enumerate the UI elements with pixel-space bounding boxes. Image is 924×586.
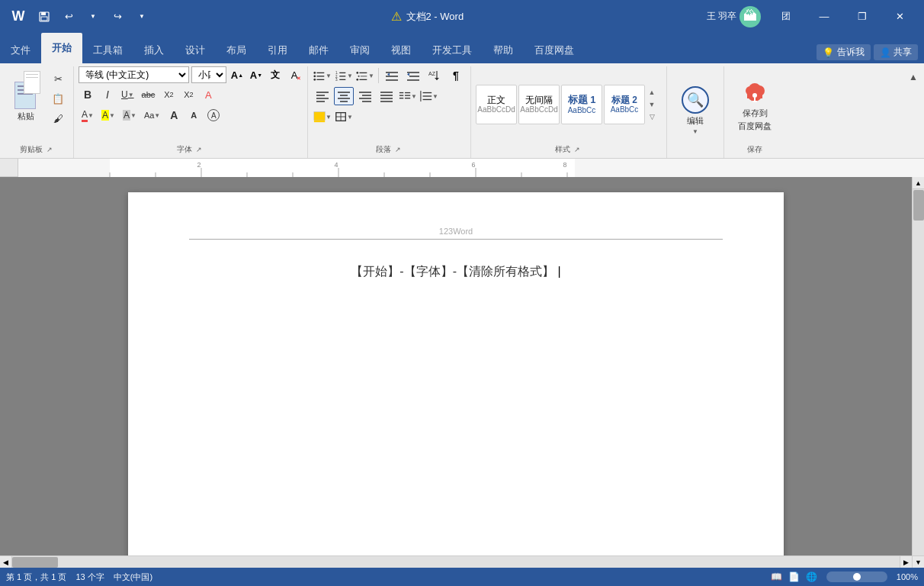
scroll-right-button[interactable]: ▶ <box>900 556 912 568</box>
close-button[interactable]: ✕ <box>883 0 918 33</box>
customize-qat-button[interactable]: ▼ <box>131 6 152 27</box>
strikethrough-button[interactable]: abc <box>139 85 159 104</box>
line-spacing-button[interactable]: ▼ <box>419 87 439 105</box>
editing-content: 🔍 编辑 ▼ <box>672 66 719 153</box>
page-view-button[interactable]: 📄 <box>788 572 800 582</box>
redo-button[interactable]: ↪ <box>107 6 128 27</box>
tab-review[interactable]: 审阅 <box>339 37 380 63</box>
highlight-color-button[interactable]: A▼ <box>98 106 118 124</box>
cut-button[interactable]: ✂ <box>47 69 69 88</box>
justify-button[interactable] <box>377 87 396 105</box>
align-center-button[interactable] <box>334 87 354 105</box>
font-size-select[interactable]: 小四 <box>191 66 226 83</box>
tab-view[interactable]: 视图 <box>380 37 422 63</box>
scroll-down-button[interactable]: ▼ <box>913 555 925 568</box>
restore-button[interactable]: ❐ <box>845 0 880 33</box>
tab-layout[interactable]: 布局 <box>216 37 257 63</box>
paste-button[interactable]: 粘贴 <box>6 66 46 126</box>
italic-button[interactable]: I <box>98 85 117 104</box>
increase-indent-button[interactable] <box>403 66 423 85</box>
style-expand-button[interactable]: ↗ <box>572 144 582 155</box>
ruler-corner[interactable] <box>0 159 18 177</box>
style-no-spacing[interactable]: 无间隔 AaBbCcDd <box>518 85 560 124</box>
style-scroll-up[interactable]: ▲ <box>646 87 657 98</box>
tell-me-button[interactable]: 💡 告诉我 <box>817 44 871 60</box>
font-expand-button[interactable]: ↗ <box>194 144 204 155</box>
minimize-button[interactable]: — <box>807 0 842 33</box>
style-group: 正文 AaBbCcDd 无间隔 AaBbCcDd <box>473 66 667 158</box>
scroll-left-button[interactable]: ◀ <box>0 556 12 568</box>
style-scroll-down[interactable]: ▼ <box>646 99 657 110</box>
paragraph-expand-button[interactable]: ↗ <box>393 144 403 155</box>
show-formatting-marks-button[interactable]: ¶ <box>446 66 466 85</box>
undo-button[interactable]: ↩ <box>58 6 79 27</box>
share-button[interactable]: 👤 共享 <box>874 44 918 60</box>
superscript-button[interactable]: X2 <box>179 85 197 104</box>
increase-font-button[interactable]: A▲ <box>229 66 245 83</box>
save-to-baidu-button[interactable]: 保存到 百度网盘 <box>729 75 781 134</box>
page-body[interactable]: 【开始】-【字体】-【清除所有格式】 <box>189 238 723 283</box>
bold-button[interactable]: B <box>79 85 97 104</box>
tab-references[interactable]: 引用 <box>257 37 298 63</box>
tab-toolbox[interactable]: 工具箱 <box>82 37 133 63</box>
clipboard-expand[interactable]: ↗ <box>44 144 55 155</box>
align-right-button[interactable] <box>355 87 375 105</box>
tab-mailings[interactable]: 邮件 <box>298 37 339 63</box>
page-container[interactable]: 123Word 【开始】-【字体】-【清除所有格式】 <box>0 177 912 555</box>
text-effects-button[interactable]: A <box>199 85 217 104</box>
web-view-button[interactable]: 🌐 <box>806 572 817 582</box>
tab-file[interactable]: 文件 <box>0 37 41 63</box>
font-color-button[interactable]: A▼ <box>79 106 97 124</box>
undo-dropdown[interactable]: ▼ <box>82 6 104 27</box>
borders-button[interactable]: ▼ <box>334 108 354 126</box>
svg-point-5 <box>313 76 316 78</box>
format-painter-button[interactable]: 🖌 <box>47 109 69 127</box>
tab-design[interactable]: 设计 <box>175 37 216 63</box>
scroll-up-button[interactable]: ▲ <box>913 177 925 189</box>
copy-button[interactable]: 📋 <box>47 89 69 108</box>
numbering-button[interactable]: 1.2.3. ▼ <box>334 66 354 85</box>
app-container: W ↩ ▼ ↪ ▼ ⚠ 文档2 - Word 王 羽卒 🏔 团 — ❐ <box>0 0 924 586</box>
user-area[interactable]: 王 羽卒 🏔 <box>702 5 765 29</box>
align-left-button[interactable] <box>313 87 332 105</box>
scroll-track-h[interactable] <box>12 556 900 568</box>
team-button[interactable]: 团 <box>768 0 804 33</box>
sort-button[interactable]: AZ <box>425 66 444 85</box>
tab-baidu[interactable]: 百度网盘 <box>524 37 585 63</box>
tab-home[interactable]: 开始 <box>41 33 82 63</box>
tab-help[interactable]: 帮助 <box>483 37 524 63</box>
phonetic-guide-button[interactable]: 文 <box>267 66 284 83</box>
document-page[interactable]: 123Word 【开始】-【字体】-【清除所有格式】 <box>128 192 784 555</box>
shading-button[interactable]: ▼ <box>313 108 332 126</box>
save-qat-button[interactable] <box>34 6 55 27</box>
decrease-font-button[interactable]: A▼ <box>248 66 265 83</box>
style-group-label: 样式 ↗ <box>476 143 662 156</box>
scroll-track-v[interactable] <box>913 189 925 555</box>
font-a-grow[interactable]: A <box>165 106 183 124</box>
style-normal[interactable]: 正文 AaBbCcDd <box>476 85 517 124</box>
underline-button[interactable]: U▼ <box>118 85 137 104</box>
decrease-indent-button[interactable] <box>382 66 402 85</box>
tab-insert[interactable]: 插入 <box>133 37 175 63</box>
encircle-char-button[interactable]: A <box>204 106 223 124</box>
clear-all-formatting-button[interactable]: A✕ <box>286 66 303 83</box>
font-a-shrink[interactable]: A <box>184 106 203 124</box>
multilevel-list-button[interactable]: ▼ <box>355 66 375 85</box>
editing-button[interactable]: 🔍 编辑 ▼ <box>672 80 719 140</box>
scroll-thumb-h[interactable] <box>12 557 58 568</box>
scroll-thumb-v[interactable] <box>913 190 924 221</box>
read-view-button[interactable]: 📖 <box>771 572 782 582</box>
style-heading1[interactable]: 标题 1 AaBbCc <box>561 85 602 124</box>
change-case-button[interactable]: Aa▼ <box>141 106 163 124</box>
tab-developer[interactable]: 开发工具 <box>422 37 483 63</box>
column-layout-button[interactable]: ▼ <box>398 87 418 105</box>
subscript-button[interactable]: X2 <box>159 85 178 104</box>
font-name-select[interactable]: 等线 (中文正文) <box>79 66 189 83</box>
style-heading2[interactable]: 标题 2 AaBbCc <box>604 85 645 124</box>
zoom-slider[interactable] <box>826 572 887 582</box>
char-shading-button[interactable]: A▼ <box>120 106 140 124</box>
bullets-button[interactable]: ▼ <box>313 66 332 85</box>
style-expand[interactable]: ▽ <box>646 111 657 122</box>
collapse-ribbon-button[interactable]: ▲ <box>906 69 921 85</box>
zoom-thumb[interactable] <box>853 573 861 581</box>
